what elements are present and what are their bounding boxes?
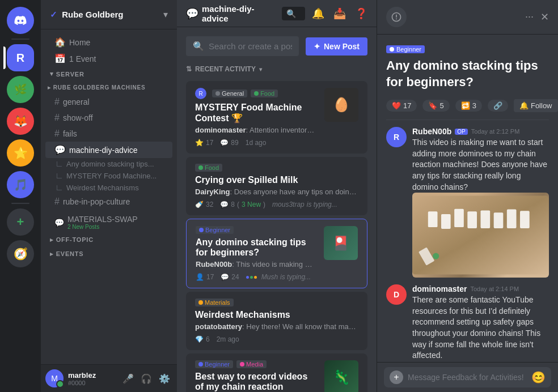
posts-search-input-wrapper[interactable]: 🔍: [186, 36, 299, 56]
time-ago: 1d ago: [246, 139, 267, 147]
close-panel-icon[interactable]: ✕: [540, 11, 549, 23]
svg-rect-6: [494, 212, 504, 228]
post-card-mystery-food[interactable]: R General Food MYSTERY Food Machine Cont…: [186, 81, 367, 154]
link-icon: 🔗: [493, 101, 502, 110]
header-search-bar[interactable]: 🔍: [282, 7, 305, 20]
chevron-icon-3: ▸: [50, 236, 56, 243]
more-options-icon[interactable]: ···: [525, 11, 534, 23]
svg-rect-1: [428, 211, 438, 227]
messages-list: R RubeN00b OP Today at 2:12 PM This vide…: [386, 127, 549, 362]
server-header[interactable]: ✓ Rube Goldberg ▾: [41, 0, 177, 29]
post-title-mystery: MYSTERY Food Machine Contest 🏆: [195, 103, 318, 123]
server-icon-4[interactable]: ⭐: [7, 139, 34, 167]
server-icon-2[interactable]: 🌿: [7, 76, 34, 103]
off-topic-category[interactable]: ▸ OFF-TOPIC: [41, 233, 177, 247]
help-button[interactable]: ❓: [355, 7, 367, 20]
emoji-picker-button[interactable]: 😊: [531, 370, 546, 384]
add-server-button[interactable]: +: [7, 208, 34, 236]
svg-rect-2: [441, 214, 451, 229]
discover-button[interactable]: 🧭: [7, 240, 34, 267]
recent-activity-header[interactable]: ⇅ RECENT ACTIVITY ▾: [177, 61, 377, 78]
posts-search-field[interactable]: [209, 41, 292, 51]
dominos-image: [412, 193, 549, 278]
svg-point-10: [433, 253, 439, 259]
post-detail-actions: ❤️ 17 🔖 5 🔁 3 🔗 🔔 Follow ↑: [386, 97, 549, 120]
add-attachment-button[interactable]: +: [390, 370, 403, 384]
follow-button[interactable]: 🔔 Follow: [514, 99, 558, 112]
post-card-content-5: Beginner Media Best way to record videos…: [195, 360, 318, 392]
server-list: R 🌿 🦊 ⭐ 🎵 + 🧭: [0, 0, 41, 392]
bell-icon: 🔔: [519, 101, 529, 110]
post-card-domino[interactable]: Beginner Any domino stacking tips for be…: [186, 219, 367, 288]
notification-button[interactable]: 🔔: [312, 7, 324, 20]
message-avatar-1: R: [386, 127, 407, 147]
header-icons: 🔔 📥 ❓: [312, 7, 367, 20]
share-action[interactable]: 🔁 3: [455, 100, 482, 112]
message-time-1: Today at 2:12 PM: [471, 128, 520, 135]
channel-fails[interactable]: # fails: [45, 126, 172, 142]
server-icon-3[interactable]: 🦊: [7, 108, 34, 135]
server-divider-2: [11, 203, 29, 204]
inbox-button[interactable]: 📥: [333, 7, 346, 20]
forum-icon: 💬: [54, 144, 66, 155]
nav-events[interactable]: 📅 1 Event: [45, 50, 172, 67]
channel-header-name: 💬 machine-diy-advice: [186, 4, 275, 23]
main-area: 💬 machine-diy-advice 🔍 🔔 📥 ❓ 🔍 ✦ New Pos…: [177, 0, 377, 392]
settings-button[interactable]: ⚙️: [157, 370, 172, 386]
message-content-1: RubeN00b OP Today at 2:12 PM This video …: [412, 127, 549, 278]
reply-count-2: 💬 8 (3 New): [220, 201, 265, 208]
link-action[interactable]: 🔗: [488, 100, 508, 112]
server-icon-5[interactable]: 🎵: [7, 171, 34, 198]
channel-general[interactable]: # general: [45, 94, 172, 110]
forum-header-icon: 💬: [186, 7, 198, 20]
post-tags: R General Food: [195, 88, 318, 99]
post-meta-domino: 👤 17 💬 24 Mush is typing...: [196, 273, 317, 281]
post-card-spilled-milk[interactable]: Food Crying over Spilled Milk DairyKing:…: [186, 157, 367, 215]
post-meta-milk: 🍼 32 💬 8 (3 New) mous3trap is typing...: [195, 201, 358, 208]
message-input-area: + 😊: [377, 362, 558, 392]
reply-count: 💬 89: [220, 139, 238, 147]
post-tags-3: Beginner: [196, 226, 317, 234]
svg-rect-8: [520, 211, 530, 229]
message-content-2: dominomaster Today at 2:14 PM There are …: [412, 284, 549, 361]
channel-pop-culture[interactable]: # rube-in-pop-culture: [45, 194, 172, 210]
sub-channel-domino[interactable]: Any domino stacking tips...: [45, 158, 172, 170]
server-icon-rube-goldberg[interactable]: R: [7, 44, 34, 71]
chevron-down-icon: ▾: [163, 9, 168, 20]
svg-rect-5: [481, 211, 491, 229]
heart-action[interactable]: ❤️ 17: [386, 100, 417, 112]
message-input-field[interactable]: [408, 373, 527, 382]
beginner-dot: [390, 47, 394, 52]
post-card-record[interactable]: Beginner Media Best way to record videos…: [186, 353, 367, 392]
post-card-weirdest[interactable]: Materials Weirdest Mechanisms potatobatt…: [186, 292, 367, 350]
discord-home-button[interactable]: [7, 7, 34, 34]
user-name: marblez: [68, 371, 96, 380]
mute-button[interactable]: 🎤: [120, 370, 136, 386]
posts-area: R General Food MYSTERY Food Machine Cont…: [177, 78, 377, 392]
channel-show-off[interactable]: # show-off: [45, 110, 172, 126]
user-panel: M marblez #0000 🎤 🎧 ⚙️: [41, 364, 177, 392]
message-author-1: RubeN00b: [412, 127, 451, 136]
sub-channel-mystery[interactable]: MYSTERY Food Machine...: [45, 170, 172, 182]
rube-machines-category[interactable]: ▸ RUBE GOLDBERG MACHINES: [41, 81, 177, 94]
nav-home[interactable]: 🏠 Home: [45, 34, 172, 50]
hash-icon: #: [54, 97, 60, 107]
post-title-domino: Any domino stacking tips for beginners?: [196, 237, 317, 258]
tag-food-2: Food: [195, 164, 222, 172]
events-category[interactable]: ▸ EVENTS: [41, 247, 177, 261]
post-preview-weirdest: potatobattery: Hey there! We all know th…: [195, 322, 358, 331]
search-posts-icon: 🔍: [193, 41, 204, 52]
new-post-button[interactable]: ✦ New Post: [306, 37, 367, 56]
channel-materials-swap[interactable]: 💬 MATERIALS-SWAP 2 New Posts: [45, 212, 172, 233]
message-text-2: There are some fantastic YouTube resourc…: [412, 295, 549, 361]
server-category[interactable]: ▾ SERVER: [41, 67, 177, 81]
server-divider: [11, 39, 29, 40]
channel-machine-diy-advice[interactable]: 💬 machine-diy-advice: [45, 142, 172, 158]
bookmark-action[interactable]: 🔖 5: [422, 100, 449, 112]
message-item-2: D dominomaster Today at 2:14 PM There ar…: [386, 284, 549, 361]
deafen-button[interactable]: 🎧: [138, 370, 154, 386]
sub-channel-weirdest[interactable]: Weirdest Mechanisms: [45, 182, 172, 194]
message-header-2: dominomaster Today at 2:14 PM: [412, 284, 549, 293]
message-time-2: Today at 2:14 PM: [470, 286, 519, 292]
user-info: M marblez #0000: [45, 369, 96, 387]
